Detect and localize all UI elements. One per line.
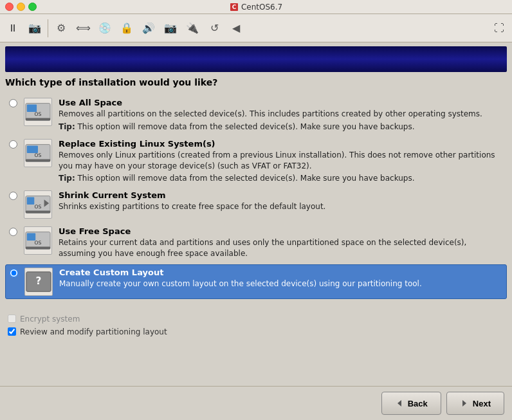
- svg-text:C: C: [232, 4, 237, 10]
- option-use-all-space-text: Use All Space Removes all partitions on …: [59, 98, 503, 131]
- encrypt-system-row[interactable]: Encrypt system: [8, 315, 504, 324]
- option-use-free-space-desc: Retains your current data and partitions…: [59, 237, 503, 259]
- review-partitioning-label: Review and modify partitioning layout: [20, 327, 167, 336]
- toolbar-separator-1: [48, 19, 48, 37]
- title-bar: C CentOS6.7: [0, 0, 512, 14]
- review-partitioning-row[interactable]: Review and modify partitioning layout: [8, 327, 504, 336]
- encrypt-system-label: Encrypt system: [20, 315, 80, 324]
- option-replace-linux-tip: Tip: This option will remove data from t…: [59, 174, 503, 183]
- lock-button[interactable]: 🔒: [116, 18, 137, 39]
- svg-rect-5: [26, 118, 50, 121]
- svg-text:OS: OS: [35, 111, 42, 117]
- option-use-all-space-title: Use All Space: [59, 98, 503, 107]
- window-title: C CentOS6.7: [230, 3, 282, 12]
- title-icon: C: [230, 3, 239, 12]
- svg-marker-22: [462, 400, 466, 406]
- snapshot-button[interactable]: 📷: [24, 18, 45, 39]
- back-button[interactable]: Back: [381, 392, 441, 415]
- radio-shrink-system[interactable]: [9, 192, 17, 200]
- option-shrink-system-title: Shrink Current System: [59, 190, 503, 200]
- icon-replace-linux: OS: [24, 139, 52, 167]
- svg-rect-9: [26, 159, 50, 161]
- icon-use-free-space: OS: [24, 226, 52, 255]
- option-use-all-space-desc: Removes all partitions on the selected d…: [59, 109, 503, 120]
- network-button[interactable]: ⟺: [73, 18, 93, 39]
- maximize-button[interactable]: [28, 3, 37, 11]
- option-use-free-space-title: Use Free Space: [59, 226, 503, 236]
- review-partitioning-checkbox[interactable]: [8, 327, 16, 336]
- radio-replace-linux[interactable]: [9, 140, 17, 149]
- svg-text:OS: OS: [35, 240, 42, 246]
- option-create-custom-layout-text: Create Custom Layout Manually create you…: [59, 268, 502, 289]
- toolbar: ⏸ 📷 ⚙ ⟺ 💿 🔒 🔊 📷 🔌 ↺ ◀ ⛶: [0, 14, 512, 42]
- fullscreen-button[interactable]: ⛶: [489, 18, 509, 39]
- svg-rect-11: [27, 197, 34, 205]
- option-use-free-space[interactable]: OS Use Free Space Retains your current d…: [5, 224, 507, 262]
- option-create-custom-layout-desc: Manually create your own custom layout o…: [59, 278, 502, 289]
- option-shrink-system-text: Shrink Current System Shrinks existing p…: [59, 190, 503, 212]
- page-title: Which type of installation would you lik…: [5, 77, 507, 87]
- main-content: Which type of installation would you lik…: [0, 77, 512, 299]
- bottom-bar: Back Next: [0, 386, 512, 420]
- option-shrink-system-desc: Shrinks existing partitions to create fr…: [59, 201, 503, 212]
- option-create-custom-layout-title: Create Custom Layout: [59, 268, 502, 277]
- encrypt-system-checkbox[interactable]: [8, 315, 16, 323]
- option-use-free-space-text: Use Free Space Retains your current data…: [59, 226, 503, 259]
- pause-button[interactable]: ⏸: [3, 18, 23, 39]
- usb-button[interactable]: 🔌: [182, 18, 203, 39]
- icon-shrink-system: OS: [24, 190, 52, 219]
- next-arrow-icon: [460, 399, 469, 408]
- audio-button[interactable]: 🔊: [138, 18, 159, 39]
- back-arrow-icon: [395, 399, 404, 408]
- minimize-button[interactable]: [17, 3, 25, 11]
- checkbox-area: Encrypt system Review and modify partiti…: [0, 309, 512, 345]
- option-replace-linux-text: Replace Existing Linux System(s) Removes…: [59, 139, 503, 183]
- optical-button[interactable]: 💿: [95, 18, 115, 39]
- radio-use-free-space[interactable]: [9, 228, 17, 236]
- next-button[interactable]: Next: [446, 392, 504, 415]
- camera2-button[interactable]: 📷: [160, 18, 181, 39]
- svg-text:?: ?: [36, 275, 42, 287]
- option-shrink-system[interactable]: OS Shrink Current System Shrinks existin…: [5, 188, 507, 221]
- svg-rect-18: [26, 247, 50, 250]
- icon-use-all-space: OS: [24, 98, 52, 126]
- icon-create-custom-layout: ?: [24, 268, 53, 296]
- svg-rect-14: [26, 211, 50, 214]
- radio-create-custom-layout[interactable]: [10, 269, 18, 277]
- svg-text:OS: OS: [35, 204, 42, 210]
- refresh-button[interactable]: ↺: [204, 18, 224, 39]
- option-replace-linux-desc: Removes only Linux partitions (created f…: [59, 150, 503, 172]
- option-replace-linux[interactable]: OS Replace Existing Linux System(s) Remo…: [5, 136, 507, 186]
- close-button[interactable]: [5, 3, 14, 11]
- radio-use-all-space[interactable]: [9, 99, 17, 107]
- svg-marker-21: [398, 400, 401, 406]
- svg-text:OS: OS: [35, 152, 42, 158]
- option-create-custom-layout[interactable]: ? Create Custom Layout Manually create y…: [5, 264, 507, 299]
- option-use-all-space[interactable]: OS Use All Space Removes all partitions …: [5, 95, 507, 134]
- blue-banner: [5, 46, 507, 72]
- option-replace-linux-title: Replace Existing Linux System(s): [59, 139, 503, 149]
- option-use-all-space-tip: Tip: This option will remove data from t…: [59, 122, 503, 131]
- arrow-button[interactable]: ◀: [226, 18, 246, 39]
- settings-button[interactable]: ⚙: [51, 18, 71, 39]
